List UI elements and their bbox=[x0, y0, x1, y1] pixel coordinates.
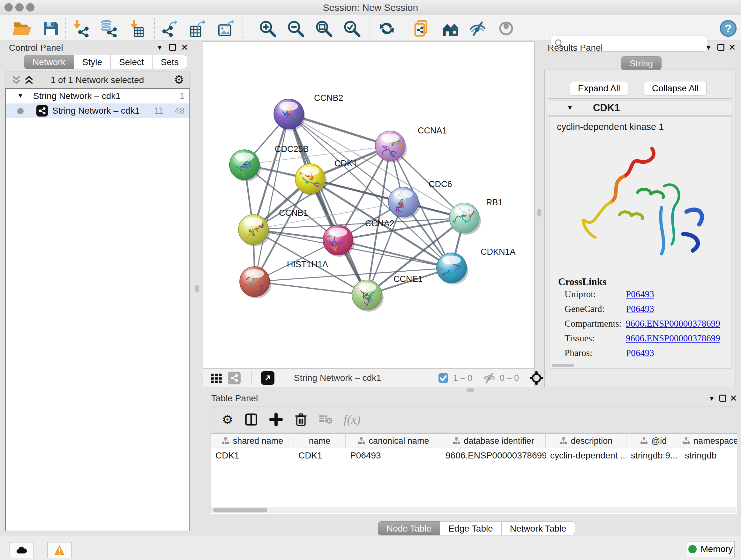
cell-shared-name[interactable]: CDK1 bbox=[211, 448, 294, 463]
tab-sets[interactable]: Sets bbox=[152, 55, 187, 69]
tab-network-table[interactable]: Network Table bbox=[502, 521, 575, 536]
panel-menu-caret-icon[interactable]: ▼ bbox=[705, 44, 712, 51]
network-node-CCNA2[interactable] bbox=[323, 225, 354, 257]
panel-float-button[interactable] bbox=[719, 395, 726, 401]
show-selection-button[interactable] bbox=[496, 19, 516, 38]
memory-button[interactable]: Memory bbox=[687, 541, 735, 557]
scrollbar-thumb[interactable] bbox=[213, 508, 267, 512]
network-row-selected[interactable]: String Network – cdk1 11 48 bbox=[6, 104, 189, 118]
network-node-CCNB1[interactable] bbox=[239, 214, 272, 253]
network-view-button[interactable] bbox=[228, 369, 241, 387]
zoom-out-button[interactable] bbox=[286, 19, 305, 38]
grid-view-button[interactable] bbox=[210, 369, 223, 387]
cell-description[interactable]: cyclin-dependent ... bbox=[546, 448, 626, 463]
function-builder-button[interactable]: f(x) bbox=[344, 413, 360, 427]
panel-float-button[interactable] bbox=[718, 44, 724, 51]
expand-all-button[interactable]: Expand All bbox=[570, 81, 628, 96]
cloud-button[interactable] bbox=[10, 542, 34, 558]
refresh-button[interactable] bbox=[377, 19, 396, 38]
gear-icon[interactable]: ⚙ bbox=[174, 73, 184, 86]
network-node-CDC6[interactable] bbox=[388, 187, 420, 219]
export-network-button[interactable] bbox=[160, 19, 179, 38]
show-columns-button[interactable] bbox=[244, 413, 258, 427]
network-canvas[interactable]: CCNB2CCNA1CDC25BCDK1CDC6RB1CCNB1CCNA2CDK… bbox=[203, 42, 535, 369]
panel-float-button[interactable] bbox=[169, 44, 176, 51]
crosshair-button[interactable] bbox=[529, 369, 544, 387]
network-edge[interactable] bbox=[255, 282, 367, 295]
zoom-selected-button[interactable] bbox=[342, 19, 361, 38]
table-row[interactable]: CDK1 CDK1 P06493 9606.ENSP00000378699 cy… bbox=[211, 448, 737, 463]
panel-close-button[interactable]: ✕ bbox=[729, 42, 736, 53]
table-settings-gear-icon[interactable]: ⚙ bbox=[222, 412, 233, 427]
zoom-in-button[interactable] bbox=[258, 19, 277, 38]
collapse-all-button[interactable]: Collapse All bbox=[644, 81, 706, 96]
network-collection-row[interactable]: ▼ String Network – cdk1 1 bbox=[6, 89, 189, 104]
cell-id[interactable]: stringdb:9... bbox=[626, 448, 680, 463]
grid-view-icon bbox=[210, 372, 223, 384]
table-horizontal-scrollbar[interactable] bbox=[211, 507, 737, 513]
footer-separator bbox=[478, 371, 478, 385]
crosslink-link[interactable]: P06493 bbox=[626, 289, 654, 300]
cell-name[interactable]: CDK1 bbox=[294, 448, 346, 463]
network-node-CDKN1A[interactable] bbox=[433, 253, 468, 285]
column-header-id[interactable]: @id bbox=[626, 434, 680, 448]
cell-database-identifier[interactable]: 9606.ENSP00000378699 bbox=[441, 448, 546, 463]
tab-network[interactable]: Network bbox=[24, 55, 74, 69]
save-session-button[interactable] bbox=[41, 19, 60, 38]
crosslink-link[interactable]: 9606.ENSP00000378699 bbox=[626, 318, 720, 329]
panel-close-button[interactable]: ✕ bbox=[730, 393, 737, 403]
network-node-HIST1H1A[interactable] bbox=[240, 266, 271, 298]
column-header-shared-name[interactable]: shared name bbox=[211, 434, 294, 448]
network-node-CDC25B[interactable] bbox=[229, 150, 261, 181]
hide-selection-button[interactable] bbox=[468, 19, 488, 38]
panel-close-button[interactable]: ✕ bbox=[181, 42, 188, 53]
help-button[interactable]: ? bbox=[719, 19, 738, 38]
export-table-button[interactable] bbox=[188, 19, 207, 38]
cell-canonical-name[interactable]: P06493 bbox=[346, 448, 441, 463]
open-session-button[interactable] bbox=[12, 19, 31, 38]
zoom-fit-button[interactable] bbox=[314, 19, 333, 38]
column-header-database-identifier[interactable]: database identifier bbox=[441, 434, 546, 448]
import-network-database-button[interactable] bbox=[99, 19, 118, 38]
import-network-file-button[interactable] bbox=[71, 19, 90, 38]
tab-string[interactable]: String bbox=[621, 56, 662, 70]
clone-network-button[interactable] bbox=[412, 19, 431, 38]
crosslink-link[interactable]: 9606.ENSP00000378699 bbox=[626, 333, 720, 344]
clear-table-button[interactable] bbox=[319, 413, 333, 427]
tab-edge-table[interactable]: Edge Table bbox=[440, 521, 502, 536]
network-node-RB1[interactable] bbox=[449, 202, 481, 235]
tab-select[interactable]: Select bbox=[111, 55, 152, 69]
crosslink-link[interactable]: P06493 bbox=[626, 348, 654, 358]
column-header-namespace[interactable]: namespace bbox=[680, 434, 737, 448]
tab-style[interactable]: Style bbox=[74, 55, 111, 69]
hidden-eye-icon[interactable] bbox=[483, 369, 496, 387]
network-node-CCNA1[interactable] bbox=[375, 131, 407, 163]
bottom-splitter-handle[interactable] bbox=[467, 388, 474, 392]
entry-horizontal-scrollbar[interactable] bbox=[552, 364, 574, 367]
tab-node-table[interactable]: Node Table bbox=[378, 521, 440, 536]
node-entry-header[interactable]: ▼ CDK1 bbox=[548, 101, 732, 116]
crosslink-link[interactable]: P06493 bbox=[626, 304, 654, 314]
panel-menu-caret-icon[interactable]: ▼ bbox=[709, 395, 715, 402]
network-node-CDK1[interactable] bbox=[295, 164, 327, 195]
warnings-button[interactable] bbox=[47, 542, 71, 558]
tree-caret-icon[interactable]: ▼ bbox=[17, 92, 23, 99]
column-header-description[interactable]: description bbox=[546, 434, 626, 448]
add-column-button[interactable] bbox=[269, 413, 283, 427]
import-table-button[interactable] bbox=[127, 19, 146, 38]
collection-count: 1 bbox=[179, 91, 185, 101]
column-header-canonical-name[interactable]: canonical name bbox=[346, 434, 441, 448]
export-image-button[interactable] bbox=[217, 19, 236, 38]
right-splitter-handle[interactable] bbox=[537, 209, 541, 216]
birds-eye-view-button[interactable] bbox=[261, 369, 274, 387]
delete-column-button[interactable] bbox=[294, 413, 308, 427]
cell-namespace[interactable]: stringdb bbox=[680, 448, 737, 463]
panel-menu-caret-icon[interactable]: ▼ bbox=[156, 44, 163, 51]
network-edge[interactable] bbox=[255, 114, 289, 282]
entry-caret-icon[interactable]: ▼ bbox=[567, 104, 573, 111]
column-header-name[interactable]: name bbox=[294, 434, 346, 448]
node-label-CCNB1: CCNB1 bbox=[279, 208, 308, 218]
selected-checkbox-icon[interactable] bbox=[437, 369, 449, 387]
houses-button[interactable] bbox=[441, 19, 460, 38]
left-splitter-handle[interactable] bbox=[195, 285, 199, 293]
